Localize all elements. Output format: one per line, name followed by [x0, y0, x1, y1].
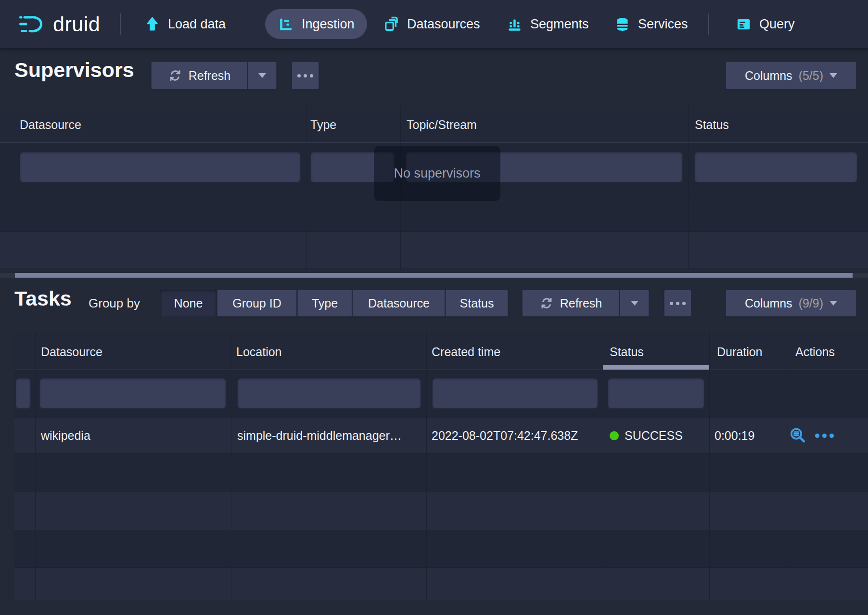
nav-item-load-data[interactable]: Load data	[144, 0, 226, 48]
ingestion-chart-icon	[278, 16, 294, 32]
tasks-refresh-dropdown-button[interactable]	[619, 290, 649, 317]
nav-item-datasources[interactable]: Datasources	[383, 0, 480, 48]
refresh-icon	[539, 296, 554, 310]
row-divider	[14, 453, 868, 454]
refresh-label: Refresh	[189, 69, 231, 83]
button-label: Status	[460, 296, 494, 310]
no-supervisors-message: No supervisors	[374, 146, 500, 201]
column-divider	[709, 332, 710, 601]
column-divider	[603, 332, 603, 601]
success-status-dot	[610, 431, 619, 440]
supervisors-table: Datasource Type Topic/Stream Status No s…	[0, 105, 868, 269]
upload-arrow-icon	[144, 16, 160, 32]
column-header-location[interactable]: Location	[236, 345, 282, 359]
supervisors-columns-button[interactable]: Columns (5/5)	[726, 62, 856, 90]
nav-label: Query	[759, 17, 795, 32]
druid-logo-icon	[18, 13, 46, 36]
columns-count: (5/5)	[799, 69, 823, 83]
table-row	[14, 567, 868, 601]
button-label: Datasource	[368, 296, 430, 310]
nav-divider	[120, 13, 121, 35]
column-divider	[688, 105, 689, 269]
group-by-status-button[interactable]: Status	[445, 290, 508, 317]
group-by-datasource-button[interactable]: Datasource	[352, 290, 445, 317]
column-header-datasource[interactable]: Datasource	[41, 345, 102, 359]
chevron-down-icon	[830, 301, 837, 306]
column-header-actions[interactable]: Actions	[795, 345, 835, 359]
chevron-down-icon	[830, 73, 837, 78]
status-filter-input[interactable]	[608, 378, 704, 409]
status-filter-input[interactable]	[694, 152, 857, 182]
row-divider	[0, 231, 868, 232]
task-id-filter-input[interactable]	[15, 378, 31, 409]
row-divider	[14, 567, 868, 568]
tasks-refresh-button[interactable]: Refresh	[522, 290, 619, 317]
supervisors-toolbar: Supervisors Refresh Columns (5/5)	[0, 62, 868, 90]
tasks-more-button[interactable]	[664, 290, 691, 317]
row-divider	[14, 530, 868, 530]
table-row	[0, 231, 868, 269]
column-header-status-sorted[interactable]: Status	[610, 345, 644, 359]
datasource-filter-input[interactable]	[39, 378, 226, 409]
supervisors-more-button[interactable]	[292, 62, 319, 90]
horizontal-scrollbar-thumb[interactable]	[15, 273, 853, 278]
group-by-group-id-button[interactable]: Group ID	[217, 290, 297, 317]
datasource-filter-input[interactable]	[20, 152, 301, 182]
chevron-down-icon	[258, 73, 266, 78]
more-dots-icon	[670, 302, 686, 305]
table-row	[14, 492, 868, 530]
task-status-cell[interactable]: SUCCESS	[610, 418, 683, 453]
refresh-icon	[168, 68, 182, 83]
nav-label: Ingestion	[302, 17, 355, 32]
more-dots-icon	[297, 74, 313, 77]
task-created-time-cell[interactable]: 2022-08-02T07:42:47.638Z	[432, 418, 578, 453]
inspect-magnifier-icon[interactable]	[789, 427, 806, 444]
database-icon	[614, 16, 630, 32]
sort-indicator-status	[603, 365, 709, 370]
created-time-filter-input[interactable]	[432, 378, 598, 409]
nav-item-ingestion-active[interactable]: Ingestion	[265, 9, 367, 39]
brand-name: druid	[53, 13, 100, 36]
columns-label: Columns	[745, 69, 792, 83]
nav-item-segments[interactable]: Segments	[507, 0, 589, 48]
column-header-created-time[interactable]: Created time	[432, 345, 500, 359]
row-more-actions-icon[interactable]	[815, 434, 834, 438]
columns-count: (9/9)	[799, 296, 823, 310]
location-filter-input[interactable]	[237, 378, 421, 409]
supervisors-refresh-dropdown-button[interactable]	[247, 62, 277, 90]
group-by-label: Group by	[89, 290, 140, 317]
horizontal-scrollbar-track[interactable]	[0, 273, 868, 278]
druid-logo[interactable]: druid	[18, 0, 100, 48]
group-by-none-button[interactable]: None	[160, 290, 217, 317]
column-divider	[426, 332, 427, 601]
column-divider	[306, 105, 307, 269]
column-divider	[788, 332, 788, 601]
nav-item-query[interactable]: Query	[736, 0, 795, 48]
task-datasource-cell[interactable]: wikipedia	[41, 418, 90, 453]
column-header-status[interactable]: Status	[695, 118, 729, 132]
supervisors-refresh-button[interactable]: Refresh	[151, 62, 247, 90]
column-header-type[interactable]: Type	[310, 118, 336, 132]
supervisors-title: Supervisors	[14, 58, 134, 82]
column-header-datasource[interactable]: Datasource	[20, 118, 81, 132]
top-navbar: druid Load data Ingestion Datasources	[0, 0, 868, 48]
header-divider	[0, 142, 868, 143]
column-divider	[231, 332, 231, 601]
group-by-type-button[interactable]: Type	[297, 290, 352, 317]
button-label: Type	[312, 296, 338, 310]
column-header-duration[interactable]: Duration	[717, 345, 763, 359]
nav-divider	[708, 13, 709, 35]
button-label: None	[174, 296, 203, 310]
nav-item-services[interactable]: Services	[614, 0, 688, 48]
nav-label: Segments	[530, 17, 589, 32]
nav-label: Datasources	[407, 17, 480, 32]
column-header-topic-stream[interactable]: Topic/Stream	[407, 118, 477, 132]
bar-chart-icon	[507, 16, 523, 32]
tasks-columns-button[interactable]: Columns (9/9)	[726, 290, 856, 317]
tasks-table: Datasource Location Created time Status …	[14, 332, 868, 601]
task-duration-cell[interactable]: 0:00:19	[715, 418, 754, 453]
task-location-cell[interactable]: simple-druid-middlemanager…	[237, 418, 402, 453]
header-divider	[14, 370, 868, 370]
column-divider	[35, 332, 36, 601]
task-actions-cell	[789, 418, 834, 453]
